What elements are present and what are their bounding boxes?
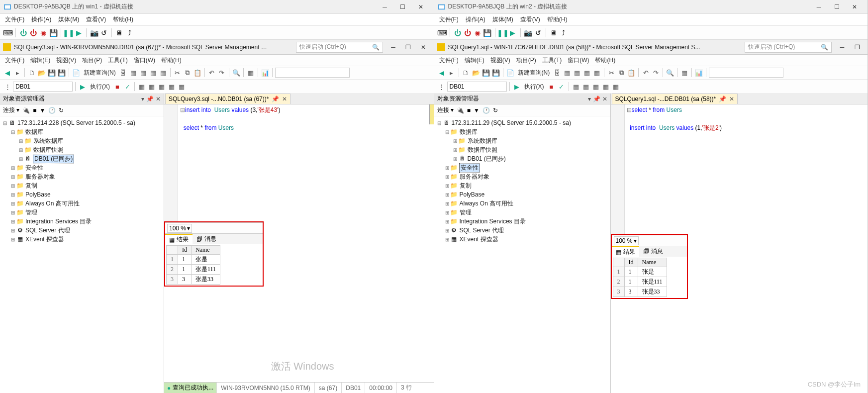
tree-security[interactable]: ⊞📁安全性 [435, 163, 609, 172]
revert-icon[interactable]: ↺ [534, 29, 542, 37]
disconnect-icon[interactable]: 🔌 [457, 107, 464, 114]
database-combo[interactable] [13, 82, 73, 92]
forward-icon[interactable]: ▸ [447, 68, 456, 77]
new-query-icon[interactable]: 📄 [72, 68, 81, 77]
minimize-icon[interactable]: ─ [376, 1, 394, 12]
pin-icon[interactable]: 📌 [272, 96, 279, 102]
menu-help[interactable]: 帮助(H) [161, 56, 182, 65]
tree-serverobj[interactable]: ⊞📁服务器对象 [1, 172, 163, 181]
xmla-icon[interactable]: ▦ [159, 68, 168, 77]
menu-help[interactable]: 帮助(H) [113, 15, 133, 24]
tree-sysdb[interactable]: ⊞📁系统数据库 [1, 136, 163, 145]
zoom-combo[interactable]: 100 %▾ [167, 224, 192, 233]
dropdown-icon[interactable]: ▾ [588, 96, 591, 102]
menu-window[interactable]: 窗口(W) [568, 56, 589, 65]
paste-icon[interactable]: 📋 [193, 68, 202, 77]
menu-view[interactable]: 查看(V) [520, 15, 540, 24]
cut-icon[interactable]: ✂ [173, 68, 182, 77]
dropdown-icon[interactable]: ⋮ [3, 82, 12, 91]
tree-snapshot[interactable]: ⊞📁数据库快照 [435, 145, 609, 154]
close-icon[interactable]: ✕ [846, 1, 864, 12]
tree-server[interactable]: ⊟🖥172.31.211.29 (SQL Server 15.0.2000.5 … [435, 118, 609, 127]
back-icon[interactable]: ◀ [3, 68, 12, 77]
stop-icon[interactable]: ■ [547, 82, 556, 91]
share-icon[interactable]: ⤴ [560, 29, 568, 37]
menu-edit[interactable]: 编辑(E) [30, 56, 50, 65]
tree-db01[interactable]: ⊞🛢DB01 (已同步) [435, 154, 609, 163]
menu-help[interactable]: 帮助(H) [595, 56, 615, 65]
plan-icon[interactable]: ▦ [137, 82, 146, 91]
tree-agent[interactable]: ⊞⚙SQL Server 代理 [1, 226, 163, 235]
close-icon[interactable]: ✕ [156, 96, 161, 102]
vm-titlebar[interactable]: DESKTOP-9A5BJQB 上的 win2 - 虚拟机连接 ─ ☐ ✕ [434, 0, 868, 14]
tree-sysdb[interactable]: ⊞📁系统数据库 [435, 136, 609, 145]
tree-db01[interactable]: ⊞🛢DB01 (已同步) [1, 154, 163, 163]
tab-results[interactable]: ▦结果 [165, 234, 193, 245]
tree-xevent[interactable]: ⊞▦XEvent 探查器 [435, 235, 609, 244]
close-icon[interactable]: ✕ [412, 1, 430, 12]
menu-action[interactable]: 操作(A) [31, 15, 51, 24]
vm-titlebar[interactable]: DESKTOP-9A5BJQB 上的 win1 - 虚拟机连接 ─ ☐ ✕ [0, 0, 434, 14]
cad-icon[interactable]: ⌨ [4, 29, 12, 37]
zoom-combo[interactable]: 100 %▾ [614, 236, 639, 245]
as-icon[interactable]: ▦ [129, 68, 138, 77]
save-icon[interactable]: 💾 [49, 29, 57, 37]
cut-icon[interactable]: ✂ [607, 68, 616, 77]
properties-icon[interactable]: ▦ [246, 68, 255, 77]
pin-icon[interactable]: 📌 [719, 96, 726, 102]
stop-icon[interactable]: ■ [467, 107, 471, 114]
results-icon[interactable]: ▦ [601, 82, 610, 91]
tab-messages[interactable]: 🗐消息 [193, 234, 220, 245]
editor-tab[interactable]: SQLQuery1.sql -...DE.DB01 (sa (58))*📌✕ [612, 94, 738, 104]
turnoff-icon[interactable]: ⏻ [464, 29, 472, 37]
code[interactable]: ⊟insert into Users values (3,'张是43') sel… [178, 104, 434, 221]
tree-management[interactable]: ⊞📁管理 [435, 208, 609, 217]
sync-icon[interactable]: ↻ [493, 107, 498, 114]
redo-icon[interactable]: ↷ [651, 68, 660, 77]
dmx-icon[interactable]: ▦ [149, 68, 158, 77]
close-icon[interactable]: ✕ [602, 96, 607, 102]
connect-button[interactable]: 连接 ▾ [3, 106, 19, 114]
maximize-icon[interactable]: ☐ [828, 1, 846, 12]
parse-icon[interactable]: ✓ [123, 82, 132, 91]
copy-icon[interactable]: ⧉ [183, 68, 192, 77]
menu-view[interactable]: 视图(V) [490, 56, 510, 65]
tree-snapshot[interactable]: ⊞📁数据库快照 [1, 145, 163, 154]
undo-icon[interactable]: ↶ [641, 68, 650, 77]
find-icon[interactable]: 🔍 [666, 68, 675, 77]
tree-polybase[interactable]: ⊞📁PolyBase [1, 190, 163, 199]
reset-icon[interactable]: ▶ [509, 29, 517, 37]
start-icon[interactable]: ⏻ [454, 29, 462, 37]
find-icon[interactable]: 🔍 [232, 68, 241, 77]
sql-editor[interactable]: ⊟select * from Users insert into Users v… [611, 104, 868, 234]
share-icon[interactable]: ⤴ [125, 29, 133, 37]
stop-icon[interactable]: ■ [113, 82, 122, 91]
saveall-icon[interactable]: 💾 [57, 68, 66, 77]
enhanced-icon[interactable]: 🖥 [550, 29, 558, 37]
activity-icon[interactable]: 📊 [261, 68, 270, 77]
tree-agent[interactable]: ⊞⚙SQL Server 代理 [435, 226, 609, 235]
tab-messages[interactable]: 🗐消息 [639, 246, 667, 257]
revert-icon[interactable]: ↺ [100, 29, 108, 37]
tree-serverobj[interactable]: ⊞📁服务器对象 [435, 172, 609, 181]
tree-replication[interactable]: ⊞📁复制 [1, 181, 163, 190]
turnoff-icon[interactable]: ⏻ [29, 29, 37, 37]
refresh-icon[interactable]: 🕐 [48, 107, 56, 114]
ssms-restore-icon[interactable]: ❐ [850, 42, 865, 53]
tree-replication[interactable]: ⊞📁复制 [435, 181, 609, 190]
col-name[interactable]: Name [192, 246, 220, 255]
menu-project[interactable]: 项目(P) [82, 56, 102, 65]
close-icon[interactable]: ✕ [729, 96, 734, 102]
ssms-close-icon[interactable]: ✕ [416, 42, 431, 53]
parse-icon[interactable]: ✓ [557, 82, 566, 91]
shutdown-icon[interactable]: ◉ [474, 29, 482, 37]
undo-icon[interactable]: ↶ [207, 68, 216, 77]
menu-action[interactable]: 操作(A) [466, 15, 485, 24]
execute-icon[interactable]: ▶ [512, 82, 521, 91]
tree-isc[interactable]: ⊞📁Integration Services 目录 [435, 217, 609, 226]
pause-icon[interactable]: ❚❚ [65, 29, 73, 37]
open-icon[interactable]: 📂 [472, 68, 481, 77]
include-plan-icon[interactable]: ▦ [581, 82, 590, 91]
disconnect-icon[interactable]: 🔌 [22, 107, 30, 114]
quick-launch[interactable]: 快速启动 (Ctrl+Q)🔍 [296, 42, 383, 53]
